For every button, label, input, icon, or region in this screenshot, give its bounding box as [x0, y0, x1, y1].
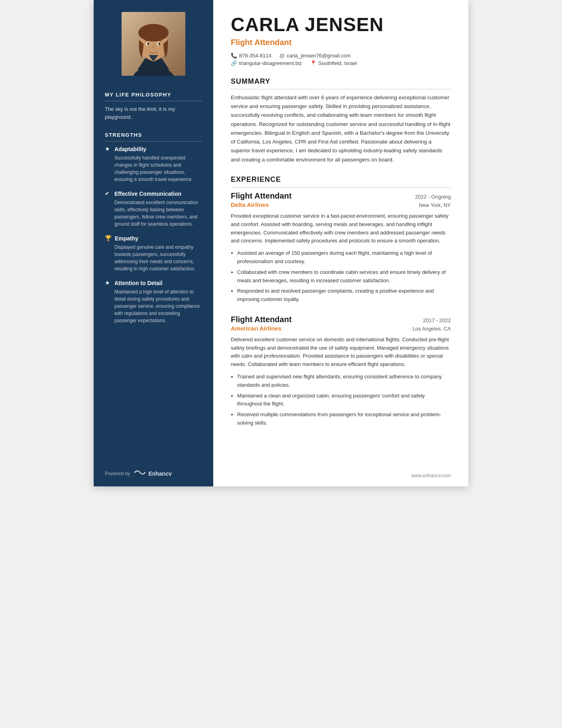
strength-description: Successfully handled unexpected changes …	[105, 154, 202, 183]
strength-item-adaptability: ★ Adaptability Successfully handled unex…	[105, 146, 202, 183]
exp-header-american: Flight Attendant 2017 - 2022	[231, 315, 451, 324]
strength-header: 🏆 Empathy	[105, 235, 202, 242]
summary-section: SUMMARY Enthusiastic flight attendant wi…	[231, 77, 451, 164]
photo-area	[94, 0, 213, 84]
sidebar: MY LIFE PHILOSOPHY The sky is not the li…	[94, 0, 213, 486]
contact-email: @ carla_jensen76@gmail.com	[279, 53, 351, 59]
enhancv-brand-name: Enhancv	[148, 470, 171, 477]
strength-item-empathy: 🏆 Empathy Displayed genuine care and emp…	[105, 235, 202, 272]
strength-item-attention: ★ Attention to Detail Maintained a high …	[105, 279, 202, 324]
exp-company-row-delta: Delta Airlines New York, NY	[231, 201, 451, 208]
phone-icon: 📞	[231, 53, 237, 59]
strength-name: Empathy	[115, 235, 138, 242]
experience-item-american: Flight Attendant 2017 - 2022 American Ai…	[231, 315, 451, 427]
philosophy-text: The sky is not the limit, it is my playg…	[105, 105, 202, 121]
exp-bullets-delta: Assisted an average of 150 passengers du…	[231, 249, 451, 304]
svg-point-6	[139, 25, 168, 39]
check-icon: ✔	[105, 190, 111, 197]
email-icon: @	[279, 53, 285, 59]
exp-company-delta: Delta Airlines	[231, 201, 269, 208]
exp-header-delta: Flight Attendant 2022 - Ongoing	[231, 191, 451, 201]
exp-job-title-american: Flight Attendant	[231, 315, 292, 324]
resume-header: CARLA JENSEN Flight Attendant 📞 878-354-…	[231, 14, 451, 66]
strength-description: Displayed genuine care and empathy towar…	[105, 244, 202, 272]
strength-header: ★ Adaptability	[105, 146, 202, 152]
sidebar-footer: Powered by Enhancv	[94, 460, 213, 486]
bullet-item: Collaborated with crew members to coordi…	[237, 268, 451, 285]
summary-title: SUMMARY	[231, 77, 451, 89]
star-icon: ★	[105, 146, 111, 152]
strengths-section: STRENGTHS ★ Adaptability Successfully ha…	[105, 132, 202, 324]
svg-point-9	[147, 43, 149, 45]
svg-point-10	[158, 43, 161, 45]
exp-date-delta: 2022 - Ongoing	[415, 194, 451, 200]
strength-description: Maintained a high level of attention to …	[105, 288, 202, 324]
profile-photo	[122, 12, 185, 76]
link-icon: 🔗	[231, 60, 237, 66]
website-value: triangular-disagreement.biz	[239, 60, 302, 66]
contact-row-1: 📞 878-354-8114 @ carla_jensen76@gmail.co…	[231, 53, 451, 59]
exp-company-american: American Airlines	[231, 325, 281, 332]
strengths-title: STRENGTHS	[105, 132, 202, 142]
contact-website: 🔗 triangular-disagreement.biz	[231, 60, 302, 66]
candidate-title: Flight Attendant	[231, 38, 451, 47]
location-value: Southfield, Israel	[318, 60, 357, 66]
contact-location: 📍 Southfield, Israel	[310, 60, 357, 66]
sidebar-content: MY LIFE PHILOSOPHY The sky is not the li…	[94, 84, 213, 335]
strength-item-communication: ✔ Effective Communication Demonstrated e…	[105, 190, 202, 228]
exp-date-american: 2017 - 2022	[423, 317, 451, 323]
star-icon-2: ★	[105, 279, 111, 286]
summary-text: Enthusiastic flight attendant with over …	[231, 93, 451, 164]
strength-header: ★ Attention to Detail	[105, 279, 202, 286]
exp-job-title-delta: Flight Attendant	[231, 191, 292, 201]
exp-location-american: Los Angeles, CA	[413, 326, 451, 332]
contact-phone: 📞 878-354-8114	[231, 53, 271, 59]
strength-name: Attention to Detail	[114, 280, 163, 286]
strength-name: Adaptability	[114, 146, 146, 152]
exp-description-american: Delivered excellent customer service on …	[231, 336, 451, 369]
resume-wrapper: MY LIFE PHILOSOPHY The sky is not the li…	[94, 0, 468, 486]
experience-title: EXPERIENCE	[231, 175, 451, 187]
enhancv-logo: Enhancv	[134, 468, 171, 478]
exp-description-delta: Provided exceptional customer service in…	[231, 212, 451, 245]
email-value: carla_jensen76@gmail.com	[287, 53, 351, 59]
experience-item-delta: Flight Attendant 2022 - Ongoing Delta Ai…	[231, 191, 451, 304]
experience-section: EXPERIENCE Flight Attendant 2022 - Ongoi…	[231, 175, 451, 427]
trophy-icon: 🏆	[105, 235, 112, 242]
contact-row-2: 🔗 triangular-disagreement.biz 📍 Southfie…	[231, 60, 451, 66]
phone-value: 878-354-8114	[239, 53, 271, 59]
enhancv-icon	[134, 468, 146, 478]
exp-location-delta: New York, NY	[419, 202, 451, 208]
bullet-item: Trained and supervised new flight attend…	[237, 373, 451, 390]
location-icon: 📍	[310, 60, 316, 66]
philosophy-title: MY LIFE PHILOSOPHY	[105, 92, 202, 101]
exp-bullets-american: Trained and supervised new flight attend…	[231, 373, 451, 427]
exp-company-row-american: American Airlines Los Angeles, CA	[231, 325, 451, 332]
footer-website: www.enhancv.com	[411, 473, 451, 478]
strength-name: Effective Communication	[114, 191, 181, 197]
candidate-name: CARLA JENSEN	[231, 14, 451, 35]
philosophy-section: MY LIFE PHILOSOPHY The sky is not the li…	[105, 92, 202, 121]
main-footer: www.enhancv.com	[411, 473, 451, 478]
main-content: CARLA JENSEN Flight Attendant 📞 878-354-…	[213, 0, 468, 486]
bullet-item: Assisted an average of 150 passengers du…	[237, 249, 451, 266]
strength-header: ✔ Effective Communication	[105, 190, 202, 197]
powered-by-label: Powered by	[105, 471, 130, 476]
bullet-item: Responded to and resolved passenger comp…	[237, 287, 451, 304]
strength-description: Demonstrated excellent communication ski…	[105, 199, 202, 228]
bullet-item: Maintained a clean and organized cabin, …	[237, 392, 451, 409]
bullet-item: Received multiple commendations from pas…	[237, 411, 451, 427]
